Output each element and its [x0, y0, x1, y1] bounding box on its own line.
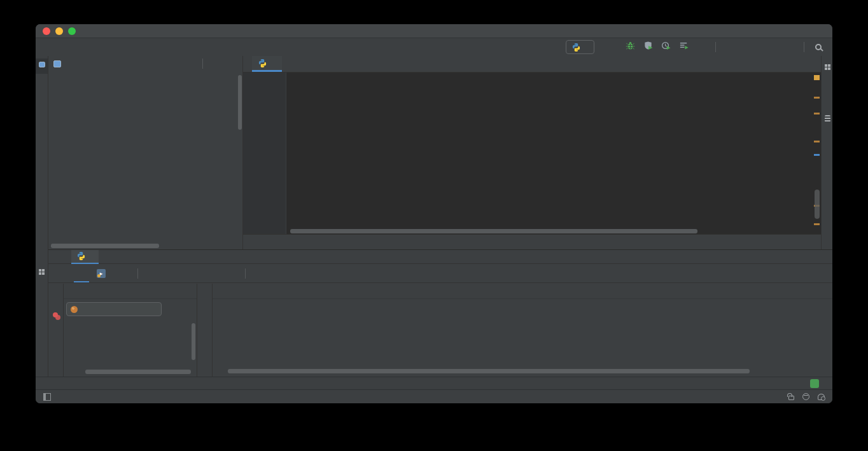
editor-error-stripe — [813, 73, 821, 234]
variables-horizontal-scrollbar[interactable] — [228, 369, 750, 373]
editor-tab-devserver[interactable] — [252, 56, 282, 72]
sidebar-item-database[interactable] — [822, 112, 832, 128]
tab-console[interactable]: ▸ — [89, 264, 117, 282]
debug-panel-header — [48, 250, 832, 264]
tool-window-bar — [36, 377, 832, 389]
stripe-mark[interactable] — [814, 113, 820, 114]
view-breakpoints-button[interactable] — [53, 312, 59, 319]
toolbar-divider — [137, 268, 138, 279]
variables-list — [213, 302, 821, 366]
frames-horizontal-scrollbar[interactable] — [85, 370, 191, 374]
debug-side-toolbar — [48, 284, 64, 377]
search-everywhere-button[interactable] — [811, 41, 826, 53]
debug-session-tab[interactable] — [71, 250, 99, 264]
main-toolbar — [566, 40, 826, 54]
editor-horizontal-scrollbar[interactable] — [290, 229, 697, 233]
sciview-icon — [825, 64, 830, 70]
editor-area — [243, 56, 821, 249]
minimize-window-button[interactable] — [55, 27, 63, 35]
toolbar-divider — [715, 42, 716, 52]
project-panel — [48, 56, 243, 249]
stripe-mark[interactable] — [814, 223, 820, 225]
project-vertical-scrollbar[interactable] — [238, 75, 242, 130]
debugger-body — [48, 284, 832, 377]
status-bar — [36, 389, 832, 403]
project-tool-icon — [39, 62, 45, 67]
event-log-button[interactable] — [810, 379, 823, 388]
debugger-toolbar: ▸ — [48, 264, 832, 283]
debug-button[interactable] — [622, 41, 638, 53]
variables-panel-title — [213, 284, 832, 299]
project-panel-header — [48, 56, 242, 71]
stripe-mark[interactable] — [814, 141, 820, 142]
database-icon — [825, 115, 830, 122]
run-configuration-select[interactable] — [566, 40, 594, 54]
code-editor[interactable] — [243, 73, 813, 234]
main-area — [48, 56, 832, 249]
project-tree — [48, 71, 237, 242]
watches-toolbar — [197, 284, 213, 377]
notifications-icon[interactable] — [818, 394, 825, 400]
event-log-badge — [810, 379, 819, 388]
thread-icon — [71, 306, 78, 313]
stripe-mark-yellow[interactable] — [814, 75, 820, 80]
sidebar-item-project[interactable] — [36, 59, 48, 74]
right-tool-stripe — [821, 56, 832, 249]
toolbar-divider — [804, 42, 804, 52]
console-icon: ▸ — [97, 269, 106, 278]
editor-vertical-scrollbar[interactable] — [815, 190, 820, 219]
sidebar-item-favorites[interactable] — [36, 328, 48, 338]
project-horizontal-scrollbar[interactable] — [51, 244, 159, 248]
coverage-shield-icon — [643, 41, 653, 50]
toolbar-divider — [202, 59, 203, 69]
python-icon — [76, 251, 86, 261]
toolwindow-toggle-icon[interactable] — [43, 393, 51, 401]
stripe-mark[interactable] — [814, 97, 820, 99]
sidebar-item-sciview[interactable] — [822, 61, 832, 76]
python-icon — [571, 43, 581, 52]
thread-select[interactable] — [66, 302, 162, 316]
debug-tool-window: ▸ — [48, 249, 832, 377]
navigation-bar — [36, 38, 832, 56]
profile-button[interactable] — [658, 41, 673, 53]
inspections-icon[interactable] — [802, 393, 809, 400]
sidebar-item-structure[interactable] — [36, 266, 48, 281]
ide-window: ▸ — [36, 24, 832, 403]
search-icon — [815, 44, 822, 50]
close-window-button[interactable] — [43, 27, 50, 35]
zoom-window-button[interactable] — [68, 27, 76, 35]
frames-vertical-scrollbar[interactable] — [192, 323, 195, 360]
editor-gutter — [243, 73, 286, 234]
python-icon — [258, 59, 267, 68]
profiler-clock-icon — [661, 41, 671, 50]
run-with-coverage-button[interactable] — [640, 41, 655, 53]
project-view-icon — [53, 60, 61, 67]
editor-tab-bar — [243, 56, 821, 73]
toolbar-divider — [245, 268, 246, 279]
title-bar[interactable] — [36, 24, 832, 38]
concurrency-diagram-icon — [679, 41, 689, 50]
editor-breadcrumb-bar — [243, 234, 821, 249]
structure-icon — [39, 269, 45, 275]
stripe-mark-current[interactable] — [814, 154, 820, 156]
window-controls — [43, 27, 76, 35]
tab-debugger[interactable] — [74, 264, 89, 282]
run-with-concurrency-button[interactable] — [676, 41, 691, 53]
frames-panel-title — [64, 284, 197, 299]
variables-panel — [213, 284, 832, 377]
lock-icon[interactable] — [788, 396, 794, 400]
frames-panel — [64, 284, 197, 377]
left-tool-stripe — [36, 56, 48, 389]
bug-icon — [626, 41, 635, 50]
